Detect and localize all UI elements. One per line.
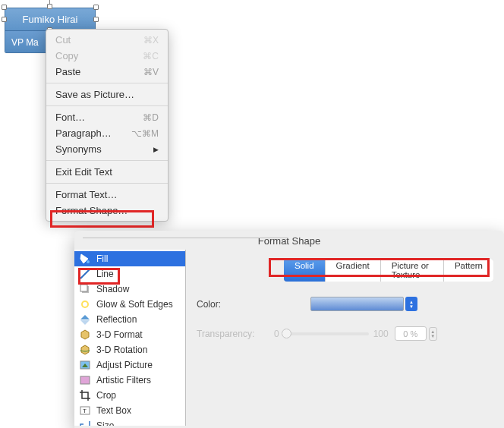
adjust-picture-icon xyxy=(79,359,91,371)
sidebar-item-3d-rotation[interactable]: 3-D Rotation xyxy=(74,342,185,357)
sidebar-item-label: Shadow xyxy=(96,284,129,294)
sidebar-item-line[interactable]: Line xyxy=(74,266,185,282)
svg-point-0 xyxy=(87,260,90,263)
crop-icon xyxy=(79,389,91,401)
context-menu-copy: Copy ⌘C xyxy=(46,48,168,64)
transparency-row: Transparency: 0 100 0 % ▲ ▼ xyxy=(197,326,493,341)
sidebar-item-label: 3-D Rotation xyxy=(96,345,147,355)
context-menu-synonyms[interactable]: Synonyms xyxy=(46,141,168,157)
menu-label: Exit Edit Text xyxy=(55,166,112,178)
menu-shortcut: ⌘C xyxy=(143,51,159,61)
sidebar-item-label: Artistic Filters xyxy=(96,375,151,386)
color-well[interactable] xyxy=(310,297,404,311)
sidebar-item-reflection[interactable]: Reflection xyxy=(74,312,185,327)
resize-handle-ne[interactable] xyxy=(93,5,99,10)
artistic-filters-icon xyxy=(79,374,91,386)
seg-gradient[interactable]: Gradient xyxy=(326,259,381,282)
svg-text:T: T xyxy=(83,408,87,414)
svg-point-5 xyxy=(83,302,87,307)
menu-label: Synonyms xyxy=(55,143,102,155)
sidebar-item-label: Reflection xyxy=(96,314,137,325)
context-menu-paragraph[interactable]: Paragraph… ⌥⌘M xyxy=(46,125,168,141)
context-menu-format-text[interactable]: Format Text… xyxy=(46,187,168,203)
seg-solid[interactable]: Solid xyxy=(284,259,326,282)
seg-picture[interactable]: Picture or Texture xyxy=(381,259,444,282)
cube-icon xyxy=(79,329,91,341)
sidebar-item-label: Crop xyxy=(96,390,116,401)
menu-label: Copy xyxy=(55,50,78,61)
glow-icon xyxy=(79,298,91,310)
menu-shortcut: ⌘D xyxy=(143,112,159,123)
resize-handle-e[interactable] xyxy=(93,17,99,22)
context-menu-paste[interactable]: Paste ⌘V xyxy=(46,64,168,80)
format-sidebar: Fill Line Shadow Glow & Soft Edges Refle… xyxy=(74,250,186,426)
sidebar-item-label: Adjust Picture xyxy=(96,360,153,370)
fill-icon xyxy=(79,253,91,265)
resize-handle-nw[interactable] xyxy=(2,5,7,10)
context-menu-format-shape[interactable]: Format Shape… xyxy=(46,203,168,219)
menu-label: Format Text… xyxy=(55,189,117,200)
transparency-max: 100 xyxy=(373,329,389,339)
sidebar-item-label: Text Box xyxy=(96,405,131,416)
menu-separator xyxy=(46,183,168,184)
slider-thumb[interactable] xyxy=(282,329,291,338)
context-menu-cut: Cut ⌘X xyxy=(46,32,168,48)
menu-label: Paragraph… xyxy=(55,127,112,139)
size-icon xyxy=(79,420,91,426)
sidebar-item-label: Glow & Soft Edges xyxy=(96,299,173,310)
color-dropdown-button[interactable]: ▲ ▼ xyxy=(405,297,417,311)
sidebar-item-artistic-filters[interactable]: Artistic Filters xyxy=(74,373,185,388)
sidebar-item-label: Fill xyxy=(96,253,108,264)
context-menu-save-as-picture[interactable]: Save as Picture… xyxy=(46,87,168,102)
context-menu-exit-edit-text[interactable]: Exit Edit Text xyxy=(46,164,168,180)
transparency-min: 0 xyxy=(274,329,279,339)
menu-label: Format Shape… xyxy=(55,205,128,216)
chevron-down-icon: ▼ xyxy=(409,304,414,309)
textbox-icon: T xyxy=(79,404,91,417)
sidebar-item-label: 3-D Format xyxy=(96,329,143,340)
menu-shortcut: ⌥⌘M xyxy=(131,128,159,139)
sidebar-item-label: Line xyxy=(96,269,114,279)
sidebar-item-shadow[interactable]: Shadow xyxy=(74,282,185,297)
resize-handle-w[interactable] xyxy=(2,17,7,22)
sidebar-item-crop[interactable]: Crop xyxy=(74,388,185,403)
color-label: Color: xyxy=(197,299,274,310)
sidebar-item-size[interactable]: Size xyxy=(74,418,185,426)
resize-handle-n[interactable] xyxy=(47,4,52,9)
menu-separator xyxy=(46,83,168,83)
menu-shortcut: ⌘V xyxy=(143,67,159,77)
sidebar-item-glow[interactable]: Glow & Soft Edges xyxy=(74,297,185,312)
menu-separator xyxy=(46,105,168,106)
format-pane: Solid Gradient Picture or Texture Patter… xyxy=(186,250,504,426)
reflection-icon xyxy=(79,313,91,326)
menu-separator xyxy=(46,160,168,161)
sidebar-item-label: Size xyxy=(96,420,114,426)
svg-marker-7 xyxy=(80,320,90,325)
transparency-value-field[interactable]: 0 % xyxy=(395,326,427,341)
color-row: Color: ▲ ▼ xyxy=(197,297,493,311)
format-shape-dialog: Format Shape Fill Line Shadow Glow & Sof… xyxy=(74,231,504,428)
line-icon xyxy=(79,268,91,280)
sidebar-item-adjust-picture[interactable]: Adjust Picture xyxy=(74,357,185,373)
svg-line-1 xyxy=(80,269,90,279)
rotation-icon xyxy=(79,344,91,356)
sidebar-item-3d-format[interactable]: 3-D Format xyxy=(74,327,185,342)
sidebar-item-text-box[interactable]: T Text Box xyxy=(74,403,185,418)
menu-label: Cut xyxy=(55,34,71,46)
transparency-label: Transparency: xyxy=(197,329,274,339)
context-menu: Cut ⌘X Copy ⌘C Paste ⌘V Save as Picture…… xyxy=(46,29,169,222)
dialog-hidden-tabstrip xyxy=(83,231,288,238)
svg-marker-6 xyxy=(80,315,90,319)
context-menu-font[interactable]: Font… ⌘D xyxy=(46,109,168,125)
menu-shortcut: ⌘X xyxy=(143,35,159,46)
menu-label: Paste xyxy=(55,66,80,77)
transparency-stepper[interactable]: ▲ ▼ xyxy=(429,327,437,341)
transparency-slider[interactable] xyxy=(284,332,369,335)
sidebar-item-fill[interactable]: Fill xyxy=(74,251,185,266)
fill-type-segmented-control: Solid Gradient Picture or Texture Patter… xyxy=(284,259,493,282)
menu-label: Save as Picture… xyxy=(55,89,134,100)
chevron-down-icon: ▼ xyxy=(430,334,435,338)
svg-rect-3 xyxy=(80,285,87,291)
seg-pattern[interactable]: Pattern xyxy=(444,259,493,282)
shadow-icon xyxy=(79,283,91,295)
